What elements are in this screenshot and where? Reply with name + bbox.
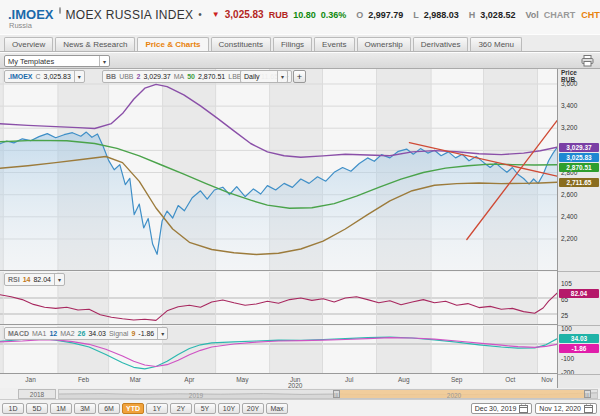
chevron-down-icon[interactable]: [74, 71, 81, 82]
period-button-3m[interactable]: 3M: [74, 403, 96, 414]
month-label-jan: Jan: [25, 376, 35, 383]
axis-tick: -200: [561, 369, 574, 376]
chevron-down-icon[interactable]: [277, 71, 284, 82]
month-label-jul: Jul: [345, 376, 353, 383]
period-button-1m[interactable]: 1M: [50, 403, 72, 414]
ma-param: 50: [187, 73, 195, 80]
open-label: O: [356, 10, 363, 20]
chart-area: .IMOEX C 3,025.83 BB UBB 2 3,029.37 MA 5…: [0, 69, 600, 388]
axis-tick: 2,200: [561, 235, 577, 242]
slider-year-start[interactable]: 2018: [18, 389, 56, 399]
instrument-symbol[interactable]: .IMOEX: [8, 7, 54, 22]
signal-param: 9: [131, 330, 135, 337]
tab-events[interactable]: Events: [314, 37, 354, 51]
high-label: H: [469, 10, 476, 20]
tab-overview[interactable]: Overview: [4, 37, 53, 51]
period-button-5d[interactable]: 5D: [26, 403, 48, 414]
volume-label: Vol: [525, 10, 538, 20]
month-label-sep: Sep: [451, 376, 463, 383]
tab-constituents[interactable]: Constituents: [211, 37, 271, 51]
rsi-chart-panel[interactable]: [0, 272, 557, 325]
ma-label: MA: [174, 73, 185, 80]
axis-tick: 100: [561, 325, 572, 332]
period-button-ytd[interactable]: YTD: [122, 403, 144, 414]
tab-360-menu[interactable]: 360 Menu: [470, 37, 522, 51]
period-button-2y[interactable]: 2Y: [170, 403, 192, 414]
axis-tick: 2,600: [561, 191, 577, 198]
tab-derivatives[interactable]: Derivatives: [413, 37, 469, 51]
region-label: Russia: [9, 21, 32, 30]
period-toolbar: 1D5D1M3M6MYTD1Y2Y5Y10Y20YMax Dec 30, 201…: [0, 400, 600, 416]
period-button-10y[interactable]: 10Y: [218, 403, 240, 414]
panel-separator: [558, 374, 600, 375]
period-button-1y[interactable]: 1Y: [146, 403, 168, 414]
legend-imoex-chip[interactable]: .IMOEX C 3,025.83: [4, 70, 85, 83]
high-value: 3,028.52: [480, 10, 515, 20]
axis-tick: 3,200: [561, 124, 577, 131]
macd-ma1-label: MA1: [32, 330, 46, 337]
axis-price-badge: 3,029.37: [559, 143, 599, 152]
chevron-down-icon[interactable]: [54, 274, 61, 285]
ubb-value: 3,029.37: [143, 73, 170, 80]
currency-label: RUB: [269, 10, 289, 20]
menu-bullet-icon[interactable]: •: [198, 9, 202, 20]
slider-handle-right[interactable]: [584, 390, 591, 398]
tab-news-research[interactable]: News & Research: [55, 37, 135, 51]
templates-dropdown[interactable]: My Templates: [4, 55, 110, 67]
slider-selection[interactable]: [333, 390, 591, 398]
low-label: L: [413, 10, 419, 20]
tab-price-charts[interactable]: Price & Charts: [137, 37, 208, 51]
axis-price-badge: 82.04: [559, 289, 599, 298]
rsi-label: RSI: [8, 276, 20, 283]
exchange-dot-icon: [59, 7, 61, 14]
ubb-param: 2: [137, 73, 141, 80]
instrument-name: MOEX RUSSIA INDEX: [66, 8, 194, 22]
axis-price-badge: -1.86: [559, 344, 599, 353]
month-label-oct: Oct: [505, 376, 515, 383]
month-label-nov: Nov: [541, 376, 553, 383]
panel-separator: [558, 271, 600, 272]
period-button-5y[interactable]: 5Y: [194, 403, 216, 414]
price-axis: 3,6003,4003,2002,8002,6002,4002,2003,029…: [557, 69, 600, 388]
month-label-apr: Apr: [184, 376, 194, 383]
tab-ownership[interactable]: Ownership: [357, 37, 411, 51]
main-chart-panel[interactable]: [0, 69, 557, 271]
end-date-picker[interactable]: Nov 12, 2020: [535, 403, 597, 414]
axis-tick: 2,400: [561, 213, 577, 220]
period-button-max[interactable]: Max: [266, 403, 288, 414]
print-icon[interactable]: [581, 55, 594, 67]
period-button-20y[interactable]: 20Y: [242, 403, 264, 414]
tab-filings[interactable]: Filings: [273, 37, 312, 51]
add-indicator-button[interactable]: +: [293, 70, 306, 83]
calendar-icon[interactable]: [519, 404, 528, 413]
macd-ma2-param: 26: [78, 330, 86, 337]
start-date-picker[interactable]: Dec 30, 2019: [471, 403, 533, 414]
rsi-legend-chip[interactable]: RSI 14 82.04: [4, 273, 65, 286]
month-label-mar: Mar: [130, 376, 141, 383]
signal-label: Signal: [109, 330, 128, 337]
date-range: Dec 30, 2019 Nov 12, 2020: [471, 403, 597, 414]
app-window: .IMOEX MOEX RUSSIA INDEX • ▼ 3,025.83 RU…: [0, 0, 600, 416]
slider-track[interactable]: 20192020: [58, 389, 598, 399]
legend-symbol: .IMOEX: [8, 73, 33, 80]
end-date-value: Nov 12, 2020: [539, 405, 581, 412]
chtv-mode-label[interactable]: CHTV: [581, 10, 600, 20]
time-range-slider: 2018 20192020: [0, 388, 600, 400]
slider-year-selected: 2020: [447, 392, 461, 399]
month-label-aug: Aug: [398, 376, 410, 383]
period-button-6m[interactable]: 6M: [98, 403, 120, 414]
chevron-down-icon[interactable]: [157, 328, 164, 339]
period-button-1d[interactable]: 1D: [2, 403, 24, 414]
macd-legend-chip[interactable]: MACD MA1 12 MA2 26 34.03 Signal 9 -1.86: [4, 327, 168, 340]
legend-field: C: [36, 73, 41, 80]
slider-handle-left[interactable]: [333, 390, 340, 398]
axis-tick: 105: [561, 280, 572, 287]
interval-dropdown[interactable]: Daily: [240, 70, 288, 83]
axis-currency-label: RUB: [561, 76, 575, 83]
rsi-param: 14: [23, 276, 31, 283]
calendar-icon[interactable]: [584, 404, 593, 413]
chart-mode-label[interactable]: CHART: [544, 10, 576, 20]
axis-price-label: Price: [561, 69, 577, 76]
last-price: 3,025.83: [225, 9, 264, 20]
axis-price-badge: 34.03: [559, 334, 599, 343]
